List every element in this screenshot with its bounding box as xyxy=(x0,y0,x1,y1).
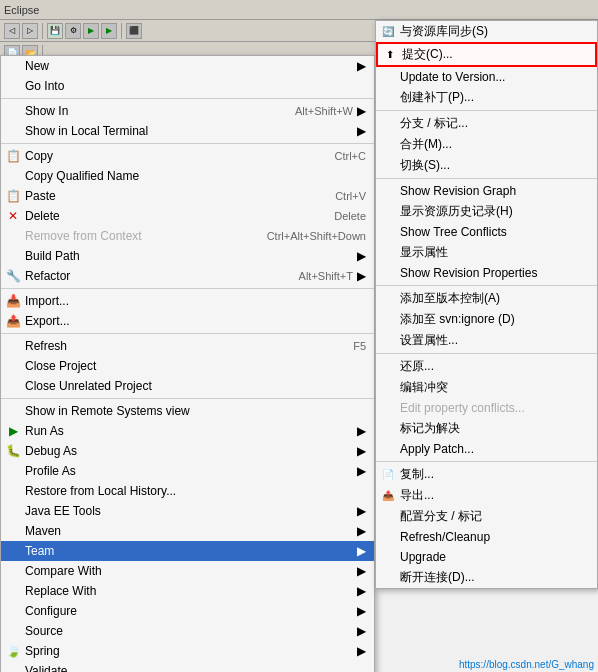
profile-as-label: Profile As xyxy=(25,464,76,478)
show-remote-label: Show in Remote Systems view xyxy=(25,404,190,418)
menu-item-refactor[interactable]: 🔧 Refactor Alt+Shift+T ▶ xyxy=(1,266,374,286)
menu-item-compare-with[interactable]: Compare With ▶ xyxy=(1,561,374,581)
menu-item-add-svn-ignore[interactable]: 添加至 svn:ignore (D) xyxy=(376,309,597,330)
maven-label: Maven xyxy=(25,524,61,538)
left-context-menu: New ▶ Go Into Show In Alt+Shift+W ▶ Show… xyxy=(0,55,375,672)
toolbar-btn-3[interactable]: ⚙ xyxy=(65,23,81,39)
menu-item-refresh-cleanup[interactable]: Refresh/Cleanup xyxy=(376,527,597,547)
source-arrow: ▶ xyxy=(347,624,366,638)
menu-item-refresh[interactable]: Refresh F5 xyxy=(1,336,374,356)
menu-item-show-revision-graph[interactable]: Show Revision Graph xyxy=(376,181,597,201)
remove-context-shortcut: Ctrl+Alt+Shift+Down xyxy=(247,230,366,242)
menu-item-switch[interactable]: 切换(S)... xyxy=(376,155,597,176)
right-sep-5 xyxy=(376,461,597,462)
menu-item-edit-property-conflicts[interactable]: Edit property conflicts... xyxy=(376,398,597,418)
menu-item-config-branch[interactable]: 配置分支 / 标记 xyxy=(376,506,597,527)
menu-item-export[interactable]: 📤 Export... xyxy=(1,311,374,331)
run-as-arrow: ▶ xyxy=(347,424,366,438)
menu-item-disconnect[interactable]: 断开连接(D)... xyxy=(376,567,597,588)
menu-item-new-label: New xyxy=(25,59,49,73)
copy-to-icon: 📄 xyxy=(380,467,396,483)
menu-item-apply-patch[interactable]: Apply Patch... xyxy=(376,439,597,459)
right-sep-2 xyxy=(376,178,597,179)
menu-item-delete[interactable]: ✕ Delete Delete xyxy=(1,206,374,226)
configure-label: Configure xyxy=(25,604,77,618)
menu-item-validate[interactable]: Validate xyxy=(1,661,374,672)
menu-item-spring[interactable]: 🍃 Spring ▶ xyxy=(1,641,374,661)
menu-item-show-tree-conflicts[interactable]: Show Tree Conflicts xyxy=(376,222,597,242)
menu-item-copy-to[interactable]: 📄 复制... xyxy=(376,464,597,485)
commit-label: 提交(C)... xyxy=(402,46,453,63)
menu-item-java-ee-tools[interactable]: Java EE Tools ▶ xyxy=(1,501,374,521)
right-sep-4 xyxy=(376,353,597,354)
menu-item-show-history[interactable]: 显示资源历史记录(H) xyxy=(376,201,597,222)
menu-item-new[interactable]: New ▶ xyxy=(1,56,374,76)
commit-icon: ⬆ xyxy=(382,47,398,63)
toolbar-btn-save[interactable]: 💾 xyxy=(47,23,63,39)
menu-item-restore-local[interactable]: Restore from Local History... xyxy=(1,481,374,501)
edit-property-conflicts-label: Edit property conflicts... xyxy=(400,401,525,415)
create-patch-label: 创建补丁(P)... xyxy=(400,89,474,106)
compare-with-label: Compare With xyxy=(25,564,102,578)
menu-item-set-property[interactable]: 设置属性... xyxy=(376,330,597,351)
menu-item-edit-conflict[interactable]: 编辑冲突 xyxy=(376,377,597,398)
menu-item-configure[interactable]: Configure ▶ xyxy=(1,601,374,621)
right-context-menu: 🔄 与资源库同步(S) ⬆ 提交(C)... Update to Version… xyxy=(375,20,598,589)
branch-tag-label: 分支 / 标记... xyxy=(400,115,468,132)
menu-item-show-local[interactable]: Show in Local Terminal ▶ xyxy=(1,121,374,141)
menu-item-remove-context[interactable]: Remove from Context Ctrl+Alt+Shift+Down xyxy=(1,226,374,246)
menu-item-sync[interactable]: 🔄 与资源库同步(S) xyxy=(376,21,597,42)
maven-arrow: ▶ xyxy=(347,524,366,538)
menu-item-show-properties[interactable]: 显示属性 xyxy=(376,242,597,263)
menu-item-commit[interactable]: ⬆ 提交(C)... xyxy=(376,42,597,67)
menu-item-show-revision-props[interactable]: Show Revision Properties xyxy=(376,263,597,283)
restore-local-label: Restore from Local History... xyxy=(25,484,176,498)
menu-item-run-as[interactable]: ▶ Run As ▶ xyxy=(1,421,374,441)
source-label: Source xyxy=(25,624,63,638)
menu-item-paste[interactable]: 📋 Paste Ctrl+V xyxy=(1,186,374,206)
menu-item-add-version-control[interactable]: 添加至版本控制(A) xyxy=(376,288,597,309)
menu-item-source[interactable]: Source ▶ xyxy=(1,621,374,641)
replace-with-arrow: ▶ xyxy=(347,584,366,598)
menu-item-create-patch[interactable]: 创建补丁(P)... xyxy=(376,87,597,108)
copy-icon: 📋 xyxy=(5,148,21,164)
menu-item-show-in[interactable]: Show In Alt+Shift+W ▶ xyxy=(1,101,374,121)
menu-item-copy[interactable]: 📋 Copy Ctrl+C xyxy=(1,146,374,166)
close-unrelated-label: Close Unrelated Project xyxy=(25,379,152,393)
toolbar-btn-1[interactable]: ◁ xyxy=(4,23,20,39)
menu-item-revert[interactable]: 还原... xyxy=(376,356,597,377)
menu-item-update[interactable]: Update to Version... xyxy=(376,67,597,87)
paste-shortcut: Ctrl+V xyxy=(315,190,366,202)
toolbar-btn-6[interactable]: ⬛ xyxy=(126,23,142,39)
menu-item-go-into[interactable]: Go Into xyxy=(1,76,374,96)
menu-item-mark-resolved[interactable]: 标记为解决 xyxy=(376,418,597,439)
new-arrow: ▶ xyxy=(347,59,366,73)
copy-to-label: 复制... xyxy=(400,466,434,483)
menu-item-replace-with[interactable]: Replace With ▶ xyxy=(1,581,374,601)
menu-item-merge[interactable]: 合并(M)... xyxy=(376,134,597,155)
menu-item-copy-qualified[interactable]: Copy Qualified Name xyxy=(1,166,374,186)
toolbar-btn-4[interactable]: ▶ xyxy=(83,23,99,39)
menu-item-team[interactable]: Team ▶ xyxy=(1,541,374,561)
menu-item-branch-tag[interactable]: 分支 / 标记... xyxy=(376,113,597,134)
profile-as-arrow: ▶ xyxy=(347,464,366,478)
menu-item-export-svn[interactable]: 📤 导出... xyxy=(376,485,597,506)
add-svn-ignore-label: 添加至 svn:ignore (D) xyxy=(400,311,515,328)
build-path-arrow: ▶ xyxy=(347,249,366,263)
show-in-label: Show In xyxy=(25,104,68,118)
toolbar-btn-2[interactable]: ▷ xyxy=(22,23,38,39)
menu-item-show-remote[interactable]: Show in Remote Systems view xyxy=(1,401,374,421)
menu-item-profile-as[interactable]: Profile As ▶ xyxy=(1,461,374,481)
menu-item-import[interactable]: 📥 Import... xyxy=(1,291,374,311)
menu-item-build-path[interactable]: Build Path ▶ xyxy=(1,246,374,266)
menu-item-close-unrelated[interactable]: Close Unrelated Project xyxy=(1,376,374,396)
toolbar-btn-5[interactable]: ▶ xyxy=(101,23,117,39)
menu-item-upgrade[interactable]: Upgrade xyxy=(376,547,597,567)
delete-shortcut: Delete xyxy=(314,210,366,222)
menu-item-debug-as[interactable]: 🐛 Debug As ▶ xyxy=(1,441,374,461)
menu-item-close-project[interactable]: Close Project xyxy=(1,356,374,376)
menu-sep-3 xyxy=(1,288,374,289)
app-title: Eclipse xyxy=(4,4,39,16)
menu-item-maven[interactable]: Maven ▶ xyxy=(1,521,374,541)
menu-sep-2 xyxy=(1,143,374,144)
